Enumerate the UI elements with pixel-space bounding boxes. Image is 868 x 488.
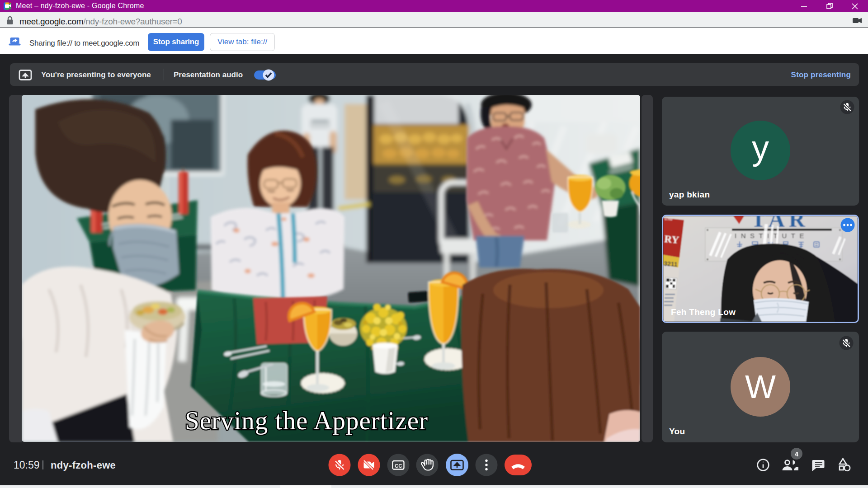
svg-text:CC: CC: [395, 463, 402, 469]
svg-text:4: 4: [795, 450, 799, 458]
